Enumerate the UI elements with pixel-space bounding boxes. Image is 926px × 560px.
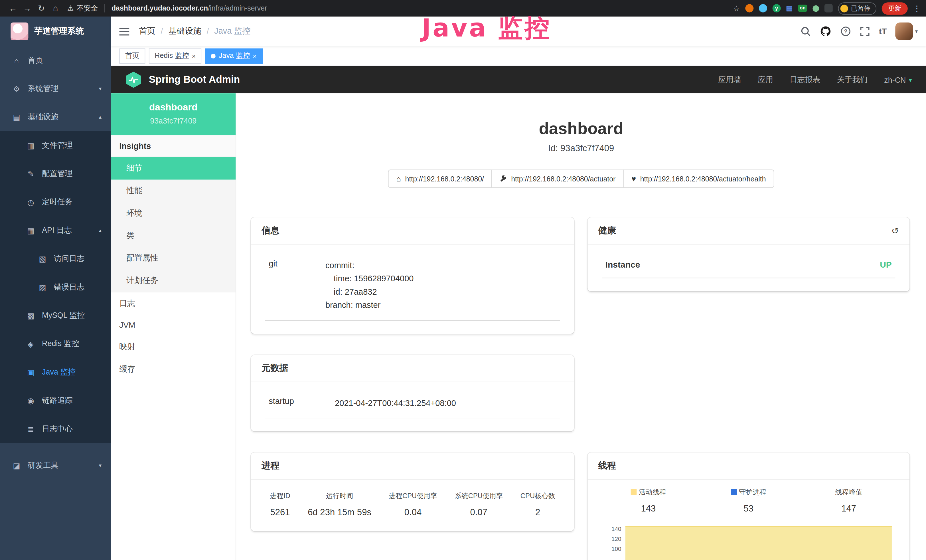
sidebar-item-infrastructure[interactable]: ▤ 基础设施 ▴ xyxy=(0,103,111,131)
sba-instance-name: dashboard xyxy=(117,102,230,113)
card-title: 线程 xyxy=(598,460,616,471)
info-line: commit: xyxy=(325,259,413,272)
sidebar-item-java-monitor[interactable]: ▣ Java 监控 xyxy=(0,358,111,386)
sidebar-item-mysql-monitor[interactable]: ▩ MySQL 监控 xyxy=(0,301,111,330)
info-line: time: 1596289704000 xyxy=(325,272,413,285)
sidebar-item-redis-monitor[interactable]: ◈ Redis 监控 xyxy=(0,330,111,358)
annotation-java-monitor: Java 监控 xyxy=(422,12,551,45)
help-icon[interactable]: ? xyxy=(840,26,851,36)
stat-value: 5261 xyxy=(270,507,290,517)
sidebar-item-config-mgmt[interactable]: ✎ 配置管理 xyxy=(0,159,111,188)
sba-item-details[interactable]: 细节 xyxy=(111,157,236,180)
address-bar[interactable]: dashboard.yudao.iocoder.cn/infra/admin-s… xyxy=(104,4,267,12)
sba-nav-wallboard[interactable]: 应用墙 xyxy=(718,74,741,85)
sba-instance-header[interactable]: dashboard 93a3fc7f7409 xyxy=(111,93,236,135)
close-icon[interactable]: × xyxy=(253,52,257,59)
update-button[interactable]: 更新 xyxy=(882,2,908,14)
sidebar-item-system-mgmt[interactable]: ⚙ 系统管理 ▾ xyxy=(0,74,111,103)
link-url: http://192.168.0.2:48080/actuator/health xyxy=(640,175,766,183)
profile-paused-chip[interactable]: 已暂停 xyxy=(838,2,876,14)
sidebar-item-api-logs[interactable]: ▦ API 日志 ▴ xyxy=(0,216,111,244)
sba-brand-title: Spring Boot Admin xyxy=(149,74,240,86)
warning-icon: ⚠ xyxy=(67,4,74,12)
sidebar-item-home[interactable]: ⌂ 首页 xyxy=(0,46,111,74)
security-label: 不安全 xyxy=(77,3,98,13)
sba-nav-applications[interactable]: 应用 xyxy=(758,74,773,85)
breadcrumb-home[interactable]: 首页 xyxy=(139,26,156,36)
sba-item-classes[interactable]: 类 xyxy=(111,224,236,247)
back-button[interactable]: ← xyxy=(6,3,20,13)
tag-home[interactable]: 首页 xyxy=(119,48,145,64)
apps-grid-icon[interactable]: ▦ xyxy=(786,4,793,12)
threads-card: 线程 活动线程 1 xyxy=(587,453,909,560)
forward-button[interactable]: → xyxy=(20,3,34,13)
sidebar-item-error-logs[interactable]: ▨ 错误日志 xyxy=(0,273,111,301)
user-avatar[interactable]: ▾ xyxy=(896,23,918,40)
sidebar-item-tracing[interactable]: ◉ 链路追踪 xyxy=(0,386,111,415)
breadcrumb-infrastructure[interactable]: 基础设施 xyxy=(168,26,201,36)
menu-label: 基础设施 xyxy=(28,112,59,122)
card-title: 健康 xyxy=(598,225,616,236)
sidebar-item-access-logs[interactable]: ▧ 访问日志 xyxy=(0,244,111,273)
sidebar-item-dev-tools[interactable]: ◪ 研发工具 ▾ xyxy=(0,451,111,480)
sba-item-config-props[interactable]: 配置属性 xyxy=(111,247,236,269)
sba-item-environment[interactable]: 环境 xyxy=(111,202,236,224)
sba-item-jvm[interactable]: JVM xyxy=(111,315,236,336)
app-logo[interactable]: 芋道管理系统 xyxy=(0,17,111,46)
sba-item-caches[interactable]: 缓存 xyxy=(111,358,236,381)
browser-menu-icon[interactable]: ⋮ xyxy=(913,4,920,12)
link-url: http://192.168.0.2:48080/ xyxy=(405,175,484,183)
tag-java-monitor[interactable]: Java 监控 × xyxy=(205,48,263,64)
fullscreen-icon[interactable] xyxy=(860,26,870,36)
health-link[interactable]: ♥ http://192.168.0.2:48080/actuator/heal… xyxy=(623,170,774,188)
search-icon[interactable] xyxy=(800,26,811,36)
menu-label: 错误日志 xyxy=(54,282,85,292)
metadata-card-body: startup 2021-04-27T00:44:31.254+08:00 xyxy=(251,382,574,431)
sidebar-item-log-center[interactable]: ≣ 日志中心 xyxy=(0,415,111,443)
browser-home-button[interactable]: ⌂ xyxy=(48,3,63,13)
access-log-icon: ▧ xyxy=(38,254,47,263)
status-badge: UP xyxy=(880,260,892,269)
sba-language-select[interactable]: zh-CN ▾ xyxy=(884,75,912,84)
font-size-icon[interactable]: tT xyxy=(879,27,887,36)
hamburger-icon[interactable] xyxy=(119,27,129,36)
security-indicator[interactable]: ⚠ 不安全 xyxy=(67,3,98,13)
github-icon[interactable] xyxy=(820,26,832,37)
stat-system-cpu: 系统CPU使用率 0.07 xyxy=(455,492,503,517)
tag-label: Java 监控 xyxy=(219,51,250,61)
sba-item-mappings[interactable]: 映射 xyxy=(111,336,236,358)
puzzle-extension-icon[interactable] xyxy=(825,4,833,12)
bookmark-star-icon[interactable]: ☆ xyxy=(733,4,740,12)
sba-nav-about[interactable]: 关于我们 xyxy=(837,74,868,85)
edit-icon: ✎ xyxy=(26,169,35,178)
trace-icon: ◉ xyxy=(26,396,35,405)
legend-daemon-threads: 守护进程 53 xyxy=(698,488,799,513)
leaf-extension-icon[interactable] xyxy=(813,5,819,12)
sba-brand[interactable]: Spring Boot Admin xyxy=(125,72,240,88)
sba-insights-group: 细节 性能 环境 类 配置属性 计划任务 xyxy=(111,157,236,292)
main-menu: ⌂ 首页 ⚙ 系统管理 ▾ ▤ 基础设施 ▴ ▥ 文件管理 xyxy=(0,46,111,480)
tag-redis-monitor[interactable]: Redis 监控 × xyxy=(149,48,202,64)
stat-pid: 进程ID 5261 xyxy=(270,492,290,517)
history-icon[interactable]: ↺ xyxy=(891,226,899,236)
stat-label: 进程CPU使用率 xyxy=(389,492,437,500)
clock-icon: ◷ xyxy=(26,198,35,207)
y-extension-icon[interactable]: y xyxy=(772,4,781,12)
fox-extension-icon[interactable] xyxy=(745,4,754,12)
actuator-link[interactable]: http://192.168.0.2:48080/actuator xyxy=(492,170,624,188)
close-icon[interactable]: × xyxy=(192,52,196,59)
reload-button[interactable]: ↻ xyxy=(34,3,48,13)
on-badge-icon[interactable]: on xyxy=(798,5,807,12)
sba-item-scheduled-tasks[interactable]: 计划任务 xyxy=(111,269,236,292)
metadata-value: 2021-04-27T00:44:31.254+08:00 xyxy=(335,396,456,409)
drop-extension-icon[interactable] xyxy=(759,4,767,12)
sidebar-item-file-mgmt[interactable]: ▥ 文件管理 xyxy=(0,131,111,159)
sba-item-logs[interactable]: 日志 xyxy=(111,292,236,315)
breadcrumb-separator: / xyxy=(207,27,209,36)
instance-home-link[interactable]: ⌂ http://192.168.0.2:48080/ xyxy=(388,170,492,188)
sidebar-item-scheduled-jobs[interactable]: ◷ 定时任务 xyxy=(0,188,111,216)
infrastructure-submenu: ▥ 文件管理 ✎ 配置管理 ◷ 定时任务 ▦ API 日志 ▴ xyxy=(0,131,111,443)
sba-nav-journal[interactable]: 日志报表 xyxy=(790,74,820,85)
sba-item-metrics[interactable]: 性能 xyxy=(111,180,236,202)
table-row[interactable]: Instance UP xyxy=(602,255,895,278)
